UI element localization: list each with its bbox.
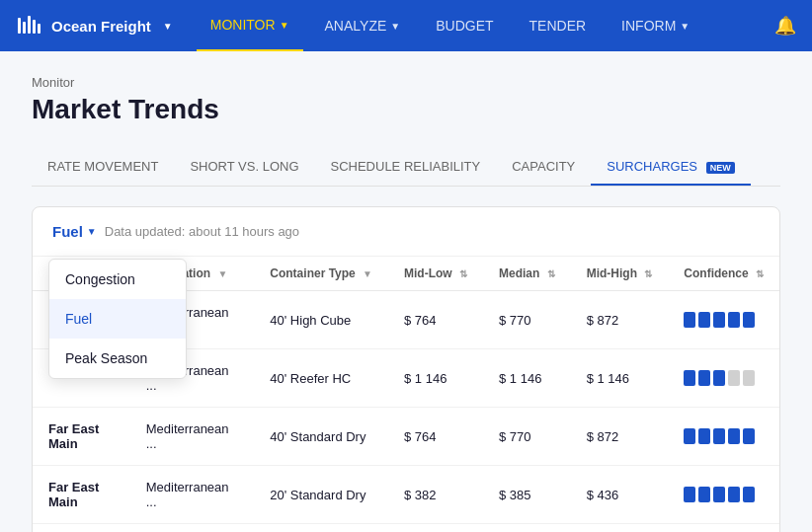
row-median: $ 1 146 bbox=[483, 349, 571, 408]
row-destination: Mediterranean ... bbox=[130, 466, 255, 524]
conf-bar bbox=[698, 428, 710, 444]
conf-bar bbox=[713, 370, 725, 386]
conf-bar bbox=[713, 487, 725, 502]
fuel-selector[interactable]: Fuel ▼ bbox=[52, 223, 97, 240]
svg-rect-4 bbox=[38, 24, 41, 34]
breadcrumb: Monitor bbox=[32, 75, 780, 90]
surcharge-type-dropdown: Congestion Fuel Peak Season bbox=[48, 259, 187, 379]
row-group-label: Far East Main bbox=[33, 408, 130, 466]
conf-bar bbox=[698, 312, 710, 328]
conf-bar bbox=[684, 487, 695, 502]
row-median: $ 573 bbox=[483, 524, 571, 533]
row-mid-high: $ 436 bbox=[571, 466, 669, 524]
conf-bar bbox=[684, 428, 695, 444]
tab-capacity[interactable]: CAPACITY bbox=[496, 149, 591, 186]
th-median[interactable]: Median ⇅ bbox=[483, 257, 571, 291]
card-header: Fuel ▼ Data updated: about 11 hours ago bbox=[33, 207, 779, 257]
row-container-type: 40' Reefer HC bbox=[254, 349, 388, 408]
svg-rect-3 bbox=[33, 20, 36, 34]
row-container-type: 20' Reefer bbox=[254, 524, 388, 533]
row-group-label: Far East Main bbox=[33, 466, 130, 524]
nav-item-monitor[interactable]: MONITOR ▼ bbox=[197, 0, 303, 51]
dropdown-item-peak-season[interactable]: Peak Season bbox=[49, 339, 186, 378]
row-confidence bbox=[668, 408, 779, 466]
conf-bar bbox=[728, 428, 740, 444]
tab-schedule-reliability[interactable]: SCHEDULE RELIABILITY bbox=[315, 149, 497, 186]
navbar: Ocean Freight ▼ MONITOR ▼ ANALYZE ▼ BUDG… bbox=[0, 0, 812, 51]
row-confidence bbox=[668, 524, 779, 533]
conf-bar bbox=[684, 312, 695, 328]
th-container-type[interactable]: Container Type ▼ bbox=[254, 257, 388, 291]
row-mid-high: $ 872 bbox=[571, 408, 669, 466]
page-title: Market Trends bbox=[32, 94, 780, 125]
conf-bar bbox=[698, 370, 710, 386]
conf-bar bbox=[743, 370, 755, 386]
row-destination: Mediterranean ... bbox=[130, 408, 255, 466]
table-row: Far East Main Mediterranean ... 20' Reef… bbox=[33, 524, 779, 533]
fuel-dropdown-arrow: ▼ bbox=[87, 226, 97, 237]
nav-logo-arrow: ▼ bbox=[163, 21, 173, 32]
nav-item-tender[interactable]: TENDER bbox=[516, 0, 601, 51]
row-mid-low: $ 764 bbox=[388, 408, 483, 466]
dropdown-item-fuel[interactable]: Fuel bbox=[49, 299, 186, 339]
nav-item-analyze[interactable]: ANALYZE ▼ bbox=[311, 0, 415, 51]
tab-rate-movement[interactable]: RATE MOVEMENT bbox=[32, 149, 174, 186]
row-mid-high: $ 573 bbox=[571, 524, 669, 533]
row-mid-high: $ 872 bbox=[571, 291, 669, 349]
nav-logo[interactable]: Ocean Freight ▼ bbox=[16, 12, 173, 39]
row-mid-high: $ 1 146 bbox=[571, 349, 669, 408]
row-mid-low: $ 382 bbox=[388, 466, 483, 524]
nav-item-inform[interactable]: INFORM ▼ bbox=[608, 0, 703, 51]
row-mid-low: $ 764 bbox=[388, 291, 483, 349]
conf-bar bbox=[728, 312, 740, 328]
row-mid-low: $ 1 146 bbox=[388, 349, 483, 408]
row-confidence bbox=[668, 466, 779, 524]
svg-rect-0 bbox=[18, 18, 21, 34]
tab-short-vs-long[interactable]: SHORT VS. LONG bbox=[174, 149, 314, 186]
conf-bar bbox=[743, 428, 755, 444]
conf-bar bbox=[698, 487, 710, 502]
row-confidence bbox=[668, 291, 779, 349]
fuel-label: Fuel bbox=[52, 223, 83, 240]
nav-item-budget[interactable]: BUDGET bbox=[422, 0, 507, 51]
conf-bar bbox=[713, 428, 725, 444]
nav-logo-text: Ocean Freight bbox=[51, 18, 151, 35]
th-mid-high[interactable]: Mid-High ⇅ bbox=[571, 257, 669, 291]
svg-rect-1 bbox=[23, 22, 26, 34]
row-median: $ 770 bbox=[483, 291, 571, 349]
table-row: Far East Main Mediterranean ... 20' Stan… bbox=[33, 466, 779, 524]
row-median: $ 770 bbox=[483, 408, 571, 466]
row-group-label: Far East Main bbox=[33, 524, 130, 533]
row-mid-low: $ 573 bbox=[388, 524, 483, 533]
table-row: Far East Main Mediterranean ... 40' Stan… bbox=[33, 408, 779, 466]
dropdown-item-congestion[interactable]: Congestion bbox=[49, 260, 186, 299]
conf-bar bbox=[713, 312, 725, 328]
svg-rect-2 bbox=[28, 16, 31, 34]
surcharges-card: Fuel ▼ Data updated: about 11 hours ago … bbox=[32, 206, 780, 532]
conf-bar bbox=[684, 370, 695, 386]
row-median: $ 385 bbox=[483, 466, 571, 524]
row-container-type: 40' High Cube bbox=[254, 291, 388, 349]
row-destination: Mediterranean ... bbox=[130, 524, 255, 533]
conf-bar bbox=[743, 487, 755, 502]
notification-bell[interactable]: 🔔 bbox=[774, 15, 796, 37]
tab-surcharges[interactable]: SURCHARGES NEW bbox=[591, 149, 750, 186]
th-confidence[interactable]: Confidence ⇅ bbox=[668, 257, 779, 291]
conf-bar bbox=[728, 370, 740, 386]
row-confidence bbox=[668, 349, 779, 408]
conf-bar bbox=[728, 487, 740, 502]
th-mid-low[interactable]: Mid-Low ⇅ bbox=[388, 257, 483, 291]
conf-bar bbox=[743, 312, 755, 328]
page-content: Monitor Market Trends RATE MOVEMENT SHOR… bbox=[0, 51, 812, 532]
row-container-type: 40' Standard Dry bbox=[254, 408, 388, 466]
row-container-type: 20' Standard Dry bbox=[254, 466, 388, 524]
data-updated-text: Data updated: about 11 hours ago bbox=[105, 224, 299, 239]
new-badge: NEW bbox=[706, 162, 735, 174]
tabs-bar: RATE MOVEMENT SHORT VS. LONG SCHEDULE RE… bbox=[32, 149, 780, 187]
